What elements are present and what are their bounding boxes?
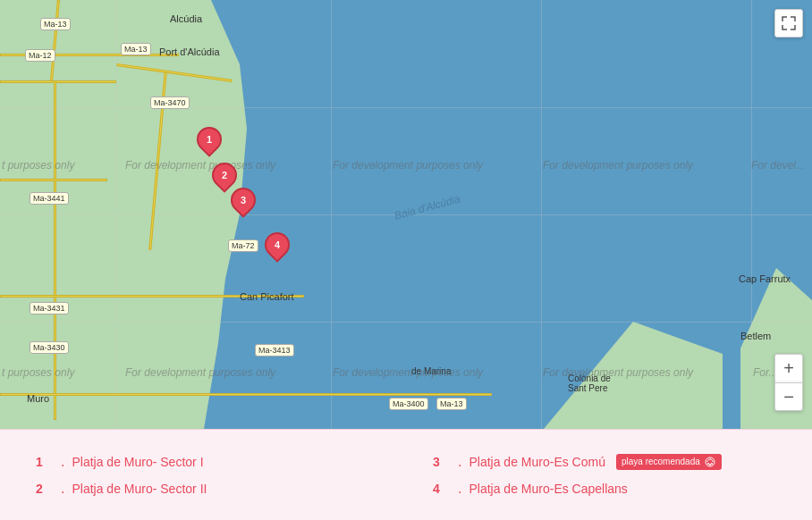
legend-number-1: 1 [36, 455, 54, 469]
legend-dot-4: . [458, 481, 461, 497]
legend-dot-1: . [61, 454, 64, 470]
legend-item-3: 3 . Platja de Muro-Es Comú playa recomen… [433, 454, 776, 470]
road [0, 179, 107, 181]
svg-point-3 [711, 463, 713, 465]
legend-item-4: 4 . Platja de Muro-Es Capellans [433, 481, 776, 497]
legend-label-1: Platja de Muro- Sector I [72, 455, 203, 469]
road-badge: Ma-3400 [389, 398, 428, 410]
map-pin-4[interactable]: 4 [265, 232, 290, 264]
road-badge: Ma-72 [228, 239, 258, 252]
badge-icon [704, 456, 716, 468]
legend: 1 . Platja de Muro- Sector I 3 . Platja … [0, 429, 812, 520]
legend-number-4: 4 [433, 482, 451, 496]
zoom-out-button[interactable]: − [774, 382, 803, 411]
road [0, 393, 492, 396]
zoom-in-button[interactable]: + [774, 354, 803, 382]
road-badge: Ma-3441 [30, 192, 69, 205]
road-badge: Ma-3431 [30, 302, 69, 315]
playa-recomendada-badge: playa recomendada [616, 454, 722, 470]
pin-number-3: 3 [241, 195, 246, 205]
road-badge: Ma-3413 [255, 344, 294, 356]
road-badge: Ma-13 [436, 398, 467, 410]
legend-dot-3: . [458, 454, 461, 470]
legend-label-4: Platja de Muro-Es Capellans [469, 482, 627, 496]
legend-label-2: Platja de Muro- Sector II [72, 482, 207, 496]
pin-number-2: 2 [222, 170, 227, 180]
road-badge: Ma-3470 [150, 96, 190, 109]
legend-item-2: 2 . Platja de Muro- Sector II [36, 481, 379, 497]
road-badge: Ma-13 [40, 18, 71, 30]
map-container[interactable]: Ma-13 Ma-13 Ma-3470 Ma-12 Ma-3441 Ma-72 … [0, 0, 812, 429]
pin-number-4: 4 [275, 239, 280, 250]
legend-label-3: Platja de Muro-Es Comú [469, 455, 605, 469]
legend-number-3: 3 [433, 455, 451, 469]
map-pin-3[interactable]: 3 [231, 188, 256, 220]
legend-number-2: 2 [36, 482, 54, 496]
road [54, 80, 56, 420]
legend-grid: 1 . Platja de Muro- Sector I 3 . Platja … [36, 454, 776, 497]
pin-number-1: 1 [207, 134, 212, 145]
fullscreen-button[interactable] [774, 9, 803, 38]
road-badge: Ma-3430 [30, 341, 69, 354]
svg-point-1 [707, 463, 709, 465]
badge-text: playa recomendada [622, 457, 700, 466]
svg-point-2 [709, 464, 711, 465]
road-badge: Ma-13 [121, 43, 151, 55]
road [0, 295, 304, 298]
legend-dot-2: . [61, 481, 64, 497]
road-badge: Ma-12 [25, 49, 55, 62]
zoom-controls: + − [774, 354, 803, 411]
road [0, 80, 116, 83]
legend-item-1: 1 . Platja de Muro- Sector I [36, 454, 379, 470]
map-pin-1[interactable]: 1 [197, 127, 222, 159]
